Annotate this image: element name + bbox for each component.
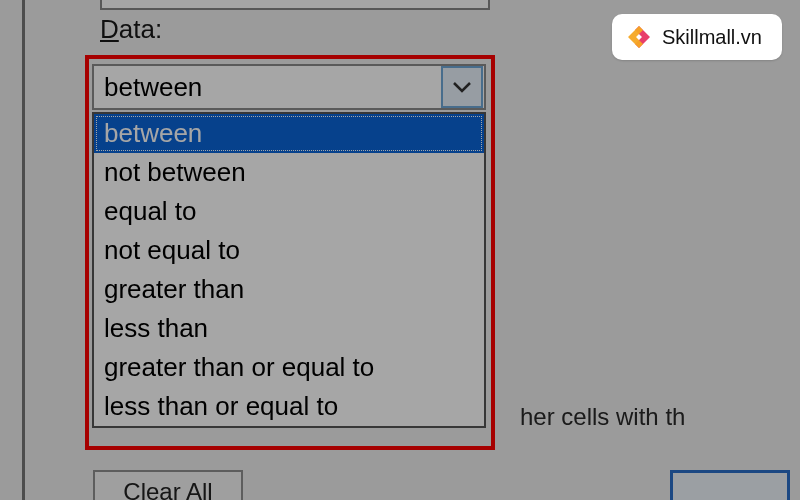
watermark-text: Skillmall.vn [662, 26, 762, 49]
clear-all-button[interactable]: Clear All [93, 470, 243, 500]
divider [22, 0, 25, 500]
allow-field-partial[interactable] [100, 0, 490, 10]
ok-button-partial[interactable] [670, 470, 790, 500]
skillmall-logo-icon [626, 24, 652, 50]
annotation-highlight [85, 55, 495, 450]
svg-marker-1 [628, 26, 643, 48]
clear-all-label: Clear All [123, 478, 212, 500]
apply-text-partial: her cells with th [520, 403, 685, 431]
watermark-badge: Skillmall.vn [612, 14, 782, 60]
data-label: Data: [100, 14, 162, 45]
